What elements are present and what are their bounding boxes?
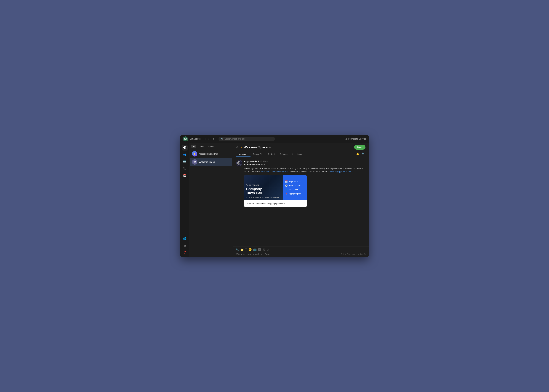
nav-arrows: ‹ › <box>204 137 210 141</box>
nav-panel: All Direct Spaces ⋮ ⚡ Message highlights… <box>189 143 233 257</box>
message-link1[interactable]: appspace.com/events/townhall <box>260 170 289 173</box>
phone-icon: 📞 <box>183 167 187 170</box>
status-indicator <box>187 140 188 141</box>
space-settings-icon[interactable]: ⚙ <box>236 146 239 149</box>
search-bar[interactable]: 🔍 <box>218 137 275 141</box>
message-link2[interactable]: Jane.Doe@appspace.com <box>327 170 351 173</box>
svg-point-1 <box>239 163 240 164</box>
sidebar-item-help[interactable]: ❓ <box>182 250 188 255</box>
open-folder-icon[interactable]: 📁 <box>240 248 244 251</box>
sidebar-item-phone[interactable]: 📞 <box>182 166 188 171</box>
bolt-icon: ⚡ <box>193 152 196 155</box>
event-topic: Topic: The power of employee engagement <box>246 196 281 198</box>
user-avatar[interactable]: TW <box>183 136 188 141</box>
set-status-button[interactable]: Set a status <box>190 138 201 140</box>
icon-sidebar: 💬 👥 🪪 📞 📅 🌐 ⊞ ❓ <box>180 143 189 257</box>
mention-icon[interactable]: @ <box>262 248 265 251</box>
message-sender: Appspace Bot <box>244 160 259 163</box>
messages-area: Appspace Bot 10:40 AM September Town Hal… <box>233 157 369 246</box>
bot-avatar-inner <box>237 161 241 165</box>
connect-label: Connect to a device <box>348 138 366 140</box>
event-title-line2: Town Hall <box>246 191 262 195</box>
calendar-icon: 📅 <box>183 174 187 177</box>
screen-share-icon[interactable]: 📺 <box>253 248 257 251</box>
tab-actions: 🔔 🔍 <box>355 152 366 157</box>
message-meta: Appspace Bot 10:40 AM <box>244 160 366 163</box>
event-card-top: APPSPACE Company Town Hall Topic: The po… <box>244 175 307 200</box>
event-card-footer: For more info contact info@appspace.com <box>244 200 307 207</box>
sidebar-item-calendar[interactable]: 📅 <box>182 173 188 178</box>
sidebar-item-globe[interactable]: 🌐 <box>182 236 188 241</box>
message-input-row: Shift + Enter for a new line ➤ <box>236 253 366 256</box>
more-attachments-icon[interactable]: ⊕ <box>267 248 269 251</box>
message-input[interactable] <box>236 253 341 255</box>
input-hint: Shift + Enter for a new line <box>341 253 363 255</box>
favorite-icon[interactable]: ★ <box>240 146 242 149</box>
tab-content[interactable]: Content <box>265 152 277 157</box>
event-time-row: 🕐 1:00 - 2:00 PM <box>285 184 305 187</box>
search-input[interactable] <box>225 138 273 140</box>
meet-button[interactable]: Meet <box>354 145 366 150</box>
send-icon[interactable]: ➤ <box>364 253 366 256</box>
event-card-image: APPSPACE Company Town Hall Topic: The po… <box>244 175 283 200</box>
event-footer-text: For more info contact info@appspace.com <box>247 203 285 205</box>
tab-schedule[interactable]: Schedule <box>277 152 291 157</box>
event-location: Appspaceplex <box>289 193 301 195</box>
text-format-icon[interactable]: T <box>245 248 247 251</box>
svg-point-3 <box>247 185 247 185</box>
sidebar-item-people[interactable]: 👥 <box>182 152 188 157</box>
message-body-end: . <box>351 170 352 173</box>
notification-icon[interactable]: 🔔 <box>355 152 360 156</box>
tab-people[interactable]: People (1) <box>251 152 265 157</box>
message-body-after-link: . To submit questions, contact Jane Doe … <box>289 170 327 173</box>
message-highlights-icon: ⚡ <box>192 151 197 156</box>
event-date-row: 📅 Sept. 15, 2022 <box>285 180 305 183</box>
message-subject: September Town Hall <box>244 163 366 166</box>
message-input-area: 📎 📁 T 😊 📺 🖼 @ ⊕ Shift + Enter for a new … <box>233 246 369 257</box>
emoji-icon[interactable]: 😊 <box>248 248 252 251</box>
event-title-line1: Company <box>246 187 262 191</box>
filter-tab-direct[interactable]: Direct <box>197 145 205 148</box>
app-window: TW Set a status ‹ › + 🔍 🖥 Connect to a d… <box>180 135 369 257</box>
event-date: Sept. 15, 2022 <box>289 181 301 183</box>
message-body: Don't forget that on Tuesday, March 15, … <box>244 167 366 173</box>
edit-space-icon[interactable]: ✏ <box>269 146 271 148</box>
monitor-icon: 🖥 <box>345 138 347 140</box>
title-bar: TW Set a status ‹ › + 🔍 🖥 Connect to a d… <box>180 135 369 143</box>
main-layout: 💬 👥 🪪 📞 📅 🌐 ⊞ ❓ <box>180 143 369 257</box>
search-messages-icon[interactable]: 🔍 <box>361 152 366 156</box>
tab-add-icon[interactable]: + <box>291 152 295 157</box>
sidebar-item-contacts[interactable]: 🪪 <box>182 159 188 164</box>
message-row: Appspace Bot 10:40 AM September Town Hal… <box>236 160 366 207</box>
sidebar-item-chat[interactable]: 💬 <box>182 145 188 151</box>
event-host-icon: 👤 <box>285 189 288 191</box>
nav-item-message-highlights[interactable]: ⚡ Message highlights <box>190 150 232 158</box>
nav-item-welcome-space[interactable]: W Welcome Space <box>190 158 232 166</box>
avatar-initials: TW <box>184 138 187 140</box>
appspace-logo: APPSPACE <box>246 184 281 186</box>
filter-tab-spaces[interactable]: Spaces <box>206 145 216 148</box>
connect-device-button[interactable]: 🖥 Connect to a device <box>345 138 366 140</box>
welcome-space-label: Welcome Space <box>199 161 215 163</box>
event-location-icon: 📍 <box>285 193 288 195</box>
search-icon: 🔍 <box>221 138 223 140</box>
appspace-logo-icon <box>246 184 248 186</box>
gif-icon[interactable]: 🖼 <box>258 248 261 251</box>
filter-tab-all[interactable]: All <box>191 145 196 148</box>
add-button[interactable]: + <box>211 137 215 141</box>
event-card: APPSPACE Company Town Hall Topic: The po… <box>244 175 307 207</box>
more-options-icon[interactable]: ⋮ <box>229 145 231 148</box>
sidebar-item-grid[interactable]: ⊞ <box>182 243 188 248</box>
message-time: 10:40 AM <box>260 160 268 162</box>
back-button[interactable]: ‹ <box>204 137 206 141</box>
chat-icon: 💬 <box>183 146 187 149</box>
nav-panel-header: All Direct Spaces ⋮ <box>189 143 233 150</box>
message-content: Appspace Bot 10:40 AM September Town Hal… <box>244 160 366 207</box>
tab-messages[interactable]: Messages <box>236 152 251 157</box>
grid-icon: ⊞ <box>183 244 186 247</box>
globe-icon: 🌐 <box>183 237 187 240</box>
event-title: Company Town Hall <box>246 187 281 195</box>
attach-file-icon[interactable]: 📎 <box>236 248 239 251</box>
tab-apps[interactable]: Apps <box>295 152 304 157</box>
forward-button[interactable]: › <box>207 137 210 141</box>
